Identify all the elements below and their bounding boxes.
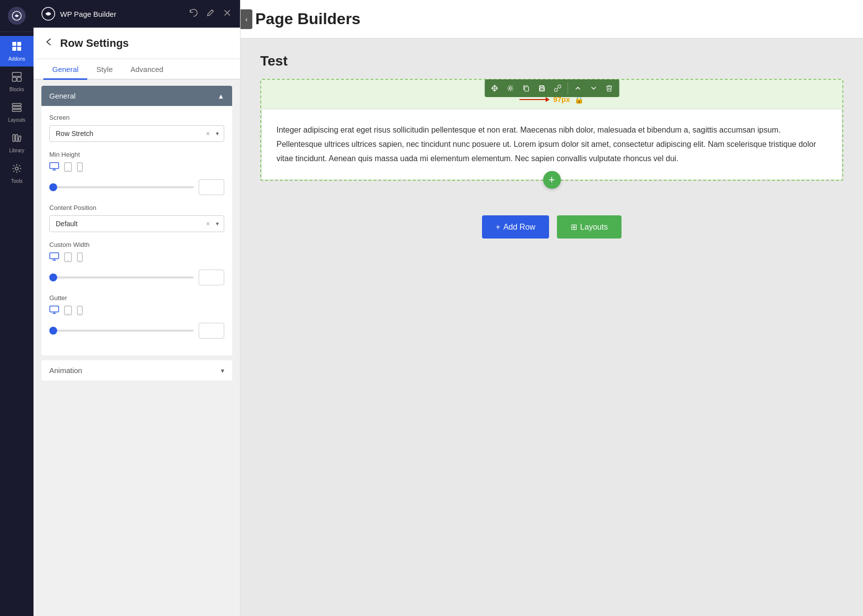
animation-expand-icon: ▾ — [221, 367, 224, 375]
svg-rect-2 — [17, 42, 21, 46]
row-down-button[interactable] — [587, 81, 600, 95]
addons-label: Addons — [8, 56, 25, 62]
accordion-collapse-icon: ▲ — [217, 92, 224, 100]
row-save-button[interactable] — [535, 81, 549, 95]
edit-icon[interactable] — [206, 8, 215, 20]
collapse-panel-button[interactable]: ‹ — [241, 9, 252, 29]
settings-content: General ▲ Screen Row Stretch Full Screen… — [34, 80, 240, 616]
svg-rect-1 — [12, 42, 16, 46]
row-move-button[interactable] — [487, 81, 501, 95]
mobile-icon-gutter[interactable] — [77, 306, 83, 318]
mobile-icon-min-height[interactable] — [77, 162, 83, 174]
undo-icon[interactable] — [189, 8, 199, 20]
add-row-circle-button[interactable]: + — [543, 171, 561, 189]
device-icons-min-height — [49, 162, 224, 174]
gutter-value — [199, 323, 224, 339]
toolbar-separator — [567, 82, 568, 94]
row-settings-button[interactable] — [503, 81, 517, 95]
row-link-button[interactable] — [551, 81, 564, 95]
gutter-label: Gutter — [49, 294, 224, 302]
mobile-icon-custom-width[interactable] — [77, 252, 83, 265]
bottom-buttons: + Add Row ⊞ Layouts — [260, 201, 843, 253]
sidebar-item-blocks[interactable]: Blocks — [0, 67, 34, 97]
screen-select-wrapper: Row Stretch Full Screen Custom × ▾ — [49, 125, 224, 142]
panel-app-name: WP Page Builder — [60, 10, 116, 18]
animation-header[interactable]: Animation ▾ — [41, 360, 232, 380]
min-height-slider[interactable] — [49, 186, 194, 188]
content-position-field: Content Position Default Top Middle Bott… — [49, 204, 224, 232]
icon-sidebar: Addons Blocks Layouts — [0, 0, 34, 616]
row-delete-button[interactable] — [602, 81, 616, 95]
back-button[interactable] — [43, 36, 54, 50]
svg-rect-5 — [12, 72, 21, 76]
min-height-value — [199, 179, 224, 195]
svg-rect-11 — [13, 135, 15, 141]
close-icon[interactable] — [222, 8, 232, 20]
custom-width-value — [199, 270, 224, 285]
screen-select[interactable]: Row Stretch Full Screen Custom — [50, 126, 224, 141]
layouts-label: Layouts — [8, 117, 25, 123]
svg-rect-7 — [17, 77, 21, 81]
content-position-label: Content Position — [49, 204, 224, 211]
sidebar-item-library[interactable]: Library — [0, 128, 34, 158]
custom-width-slider[interactable] — [49, 276, 194, 278]
min-height-field: Min Height — [49, 151, 224, 195]
svg-rect-10 — [12, 109, 21, 111]
svg-point-20 — [79, 170, 80, 171]
row-settings-title: Row Settings — [60, 37, 129, 50]
blocks-icon — [11, 71, 22, 85]
canvas-area: Test — [241, 38, 863, 616]
content-position-clear-icon[interactable]: × — [206, 220, 210, 228]
svg-point-28 — [68, 313, 69, 314]
arrow-line — [519, 99, 549, 100]
library-label: Library — [9, 148, 25, 153]
screen-field: Screen Row Stretch Full Screen Custom × … — [49, 114, 224, 142]
content-text: Integer adipiscing erat eget risus solli… — [276, 123, 827, 166]
svg-rect-32 — [524, 87, 528, 91]
desktop-icon-gutter[interactable] — [49, 306, 59, 318]
gutter-field: Gutter — [49, 294, 224, 339]
tablet-icon-min-height[interactable] — [64, 162, 72, 174]
row-toolbar — [484, 79, 619, 97]
accordion-body-general: Screen Row Stretch Full Screen Custom × … — [41, 106, 232, 355]
svg-rect-33 — [540, 86, 543, 87]
svg-point-23 — [68, 260, 69, 261]
device-icons-custom-width — [49, 252, 224, 265]
sidebar-item-tools[interactable]: Tools — [0, 158, 34, 189]
svg-point-18 — [68, 170, 69, 171]
main-content: ‹ Page Builders Test — [241, 0, 863, 616]
content-position-select[interactable]: Default Top Middle Bottom — [50, 216, 224, 232]
desktop-icon-min-height[interactable] — [49, 162, 59, 174]
sidebar-item-addons[interactable]: Addons — [0, 36, 34, 67]
custom-width-slider-row — [49, 270, 224, 285]
add-row-button[interactable]: + Add Row — [482, 215, 549, 239]
desktop-icon-custom-width[interactable] — [49, 252, 59, 265]
svg-rect-16 — [50, 163, 59, 169]
add-row-label: Add Row — [503, 223, 535, 232]
panel-header-left: WP Page Builder — [41, 7, 116, 21]
page-title: Page Builders — [255, 10, 360, 28]
tablet-icon-custom-width[interactable] — [64, 252, 72, 265]
gutter-slider[interactable] — [49, 330, 194, 332]
tab-advanced[interactable]: Advanced — [122, 59, 173, 80]
svg-point-14 — [15, 167, 18, 170]
library-icon — [11, 133, 22, 146]
content-position-select-wrapper: Default Top Middle Bottom × ▾ — [49, 215, 224, 232]
panel-logo — [41, 7, 55, 21]
tab-general[interactable]: General — [43, 59, 87, 80]
accordion-header-general[interactable]: General ▲ — [41, 86, 232, 106]
svg-rect-12 — [16, 135, 18, 141]
red-arrow — [519, 99, 549, 100]
row-container: 97px 🔒 Integer adipiscing erat eget risu… — [260, 79, 843, 181]
screen-clear-icon[interactable]: × — [206, 130, 210, 137]
row-copy-button[interactable] — [519, 81, 533, 95]
panel-header-icons — [189, 8, 232, 20]
row-up-button[interactable] — [571, 81, 585, 95]
layouts-icon — [11, 102, 22, 115]
min-height-slider-row — [49, 179, 224, 195]
tablet-icon-gutter[interactable] — [64, 306, 72, 318]
top-bar: ‹ Page Builders — [241, 0, 863, 38]
tab-style[interactable]: Style — [87, 59, 121, 80]
sidebar-item-layouts[interactable]: Layouts — [0, 97, 34, 128]
layouts-button[interactable]: ⊞ Layouts — [557, 215, 621, 239]
